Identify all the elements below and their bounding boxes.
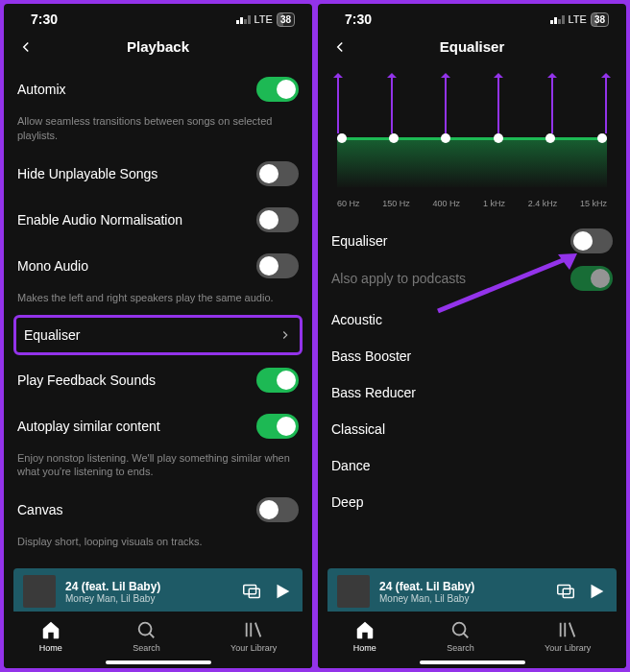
- setting-feedback-sounds[interactable]: Play Feedback Sounds: [17, 357, 299, 403]
- setting-label: Equaliser: [24, 327, 80, 343]
- preset-item[interactable]: Acoustic: [331, 301, 613, 338]
- status-time: 7:30: [345, 12, 372, 27]
- setting-equaliser-toggle[interactable]: Equaliser: [331, 218, 613, 264]
- setting-mono-audio[interactable]: Mono Audio: [17, 243, 299, 289]
- svg-marker-12: [592, 585, 604, 599]
- network-label: LTE: [254, 13, 273, 25]
- setting-label: Also apply to podcasts: [331, 271, 466, 286]
- setting-desc: Allow seamless transitions between songs…: [17, 112, 299, 151]
- svg-line-7: [255, 623, 261, 637]
- setting-label: Mono Audio: [17, 258, 88, 274]
- setting-label: Automix: [17, 82, 66, 97]
- eq-handle[interactable]: [494, 133, 503, 143]
- setting-equaliser[interactable]: Equaliser: [13, 315, 303, 355]
- header: Equaliser: [318, 29, 626, 66]
- toggle-podcasts[interactable]: [570, 266, 613, 291]
- setting-label: Autoplay similar content: [17, 419, 160, 434]
- eq-handle[interactable]: [337, 133, 347, 143]
- setting-desc: Makes the left and right speakers play t…: [17, 289, 299, 313]
- toggle-canvas[interactable]: [256, 497, 299, 522]
- cast-icon[interactable]: [241, 581, 262, 602]
- nav-library[interactable]: Your Library: [545, 619, 591, 653]
- network-label: LTE: [569, 13, 587, 25]
- nav-search[interactable]: Search: [447, 619, 474, 653]
- equaliser-graph[interactable]: 60 Hz 150 Hz 400 Hz 1 kHz 2.4 kHz 15 kHz: [337, 70, 607, 214]
- nav-label: Home: [353, 643, 376, 653]
- nav-library[interactable]: Your Library: [230, 619, 277, 653]
- cast-icon[interactable]: [555, 581, 576, 602]
- now-playing-bar[interactable]: 24 (feat. Lil Baby) Money Man, Lil Baby: [327, 568, 617, 614]
- track-title: 24 (feat. Lil Baby): [65, 580, 231, 593]
- eq-handles: [337, 133, 607, 143]
- play-icon[interactable]: [272, 581, 293, 602]
- track-info: 24 (feat. Lil Baby) Money Man, Lil Baby: [65, 580, 231, 604]
- eq-handle[interactable]: [441, 133, 450, 143]
- status-indicators: LTE 38: [236, 12, 295, 27]
- nav-label: Home: [39, 643, 62, 653]
- status-bar: 7:30 LTE 38: [318, 4, 626, 29]
- track-info: 24 (feat. Lil Baby) Money Man, Lil Baby: [379, 580, 545, 604]
- home-icon: [354, 619, 376, 640]
- signal-icon: [236, 15, 251, 24]
- eq-fill-area: [337, 137, 607, 187]
- nav-search[interactable]: Search: [133, 619, 160, 653]
- album-art: [23, 575, 56, 608]
- track-title: 24 (feat. Lil Baby): [379, 580, 545, 593]
- svg-rect-1: [249, 588, 259, 597]
- svg-point-13: [453, 623, 466, 636]
- preset-item[interactable]: Bass Reducer: [331, 374, 613, 411]
- nav-label: Your Library: [230, 643, 277, 653]
- search-icon: [449, 619, 471, 640]
- setting-canvas[interactable]: Canvas: [17, 487, 299, 533]
- svg-rect-0: [244, 586, 256, 594]
- preset-item[interactable]: Bass Booster: [331, 338, 613, 374]
- preset-item[interactable]: Classical: [331, 411, 613, 447]
- library-icon: [557, 619, 578, 640]
- setting-label: Hide Unplayable Songs: [17, 166, 158, 181]
- page-title: Playback: [127, 38, 189, 55]
- nav-home[interactable]: Home: [353, 619, 376, 653]
- svg-line-17: [569, 623, 575, 637]
- toggle-mono-audio[interactable]: [256, 253, 299, 278]
- back-icon[interactable]: [331, 38, 349, 56]
- preset-item[interactable]: Deep: [331, 484, 613, 520]
- toggle-equaliser[interactable]: [570, 228, 613, 253]
- preset-item[interactable]: Dance: [331, 447, 613, 484]
- svg-rect-10: [558, 586, 570, 594]
- freq-label: 150 Hz: [382, 199, 410, 208]
- back-icon[interactable]: [17, 38, 35, 56]
- home-indicator: [106, 660, 211, 664]
- setting-hide-unplayable[interactable]: Hide Unplayable Songs: [17, 151, 299, 197]
- equaliser-screen: 7:30 LTE 38 Equaliser 60 Hz 150 Hz 400 H…: [318, 4, 626, 668]
- toggle-automix[interactable]: [256, 77, 299, 102]
- freq-label: 400 Hz: [433, 199, 461, 208]
- nav-label: Search: [133, 643, 160, 653]
- home-icon: [40, 619, 61, 640]
- setting-normalisation[interactable]: Enable Audio Normalisation: [17, 197, 299, 243]
- setting-label: Canvas: [17, 502, 62, 517]
- toggle-hide-unplayable[interactable]: [256, 161, 299, 186]
- play-icon[interactable]: [586, 581, 607, 602]
- nav-label: Your Library: [545, 643, 591, 653]
- toggle-feedback-sounds[interactable]: [256, 368, 299, 393]
- setting-podcasts[interactable]: Also apply to podcasts: [331, 264, 613, 301]
- toggle-autoplay[interactable]: [256, 414, 299, 439]
- eq-handle[interactable]: [597, 133, 607, 143]
- status-indicators: LTE 38: [550, 12, 609, 27]
- setting-desc: Display short, looping visuals on tracks…: [17, 533, 299, 557]
- eq-handle[interactable]: [545, 133, 555, 143]
- album-art: [337, 575, 370, 608]
- svg-line-14: [464, 634, 469, 638]
- setting-automix[interactable]: Automix: [17, 66, 299, 112]
- track-artist: Money Man, Lil Baby: [65, 593, 231, 604]
- setting-autoplay[interactable]: Autoplay similar content: [17, 403, 299, 449]
- toggle-normalisation[interactable]: [256, 207, 299, 232]
- playback-settings-screen: 7:30 LTE 38 Playback Automix Allow seaml…: [4, 4, 312, 668]
- nav-home[interactable]: Home: [39, 619, 62, 653]
- setting-label: Enable Audio Normalisation: [17, 212, 182, 228]
- eq-frequency-labels: 60 Hz 150 Hz 400 Hz 1 kHz 2.4 kHz 15 kHz: [337, 199, 607, 208]
- eq-handle[interactable]: [389, 133, 399, 143]
- now-playing-bar[interactable]: 24 (feat. Lil Baby) Money Man, Lil Baby: [13, 568, 303, 614]
- home-indicator: [420, 660, 525, 664]
- battery-icon: 38: [591, 12, 609, 27]
